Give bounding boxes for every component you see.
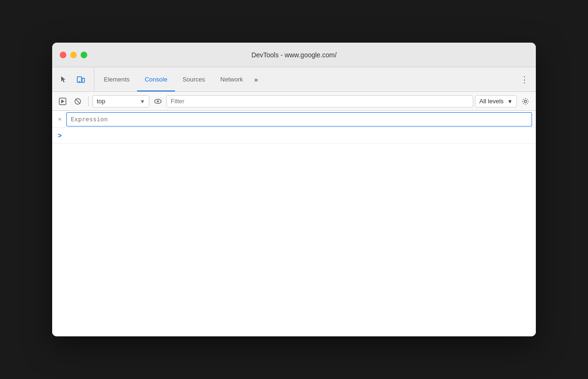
filter-input[interactable] [166, 95, 473, 108]
clear-errors-icon[interactable] [71, 95, 84, 108]
run-script-icon[interactable] [56, 95, 69, 108]
prompt-chevron: > [58, 132, 62, 139]
inspect-element-icon[interactable] [56, 72, 71, 87]
log-levels-selector[interactable]: All levels ▼ [475, 95, 517, 108]
console-empty-area: > [52, 128, 536, 336]
console-toolbar: top ▼ All levels ▼ [52, 92, 536, 111]
close-button[interactable] [60, 52, 66, 58]
minimize-button[interactable] [70, 52, 77, 58]
live-expression-icon[interactable] [151, 95, 165, 108]
context-select-arrow: ▼ [140, 99, 145, 104]
tab-icons [56, 67, 94, 91]
console-prompt-row: > [52, 128, 536, 144]
tab-sources[interactable]: Sources [175, 67, 213, 91]
window-controls [60, 52, 87, 58]
svg-marker-4 [61, 99, 64, 103]
svg-point-8 [157, 100, 159, 102]
title-bar: DevTools - www.google.com/ [52, 43, 536, 67]
expression-input[interactable] [66, 112, 532, 126]
tab-bar: Elements Console Sources Network » ⋮ [52, 67, 536, 92]
tab-elements[interactable]: Elements [96, 67, 137, 91]
more-tabs-button[interactable]: » [250, 67, 262, 91]
settings-icon[interactable] [519, 95, 532, 108]
device-mode-icon[interactable] [73, 72, 88, 87]
levels-arrow: ▼ [507, 99, 513, 104]
devtools-window: DevTools - www.google.com/ Elements [52, 43, 536, 336]
tab-console[interactable]: Console [137, 67, 175, 91]
tab-network[interactable]: Network [213, 67, 251, 91]
console-content: × > [52, 111, 536, 336]
svg-rect-1 [82, 78, 84, 82]
more-options-button[interactable]: ⋮ [517, 72, 532, 87]
svg-line-6 [76, 99, 80, 103]
console-rest-area [52, 144, 536, 336]
maximize-button[interactable] [81, 52, 87, 58]
toolbar-divider [88, 97, 89, 106]
context-selector[interactable]: top ▼ [92, 95, 149, 108]
svg-point-9 [524, 100, 527, 102]
expression-close-button[interactable]: × [56, 116, 64, 123]
expression-row: × [52, 111, 536, 128]
tab-spacer [262, 67, 517, 91]
window-title: DevTools - www.google.com/ [251, 51, 337, 59]
